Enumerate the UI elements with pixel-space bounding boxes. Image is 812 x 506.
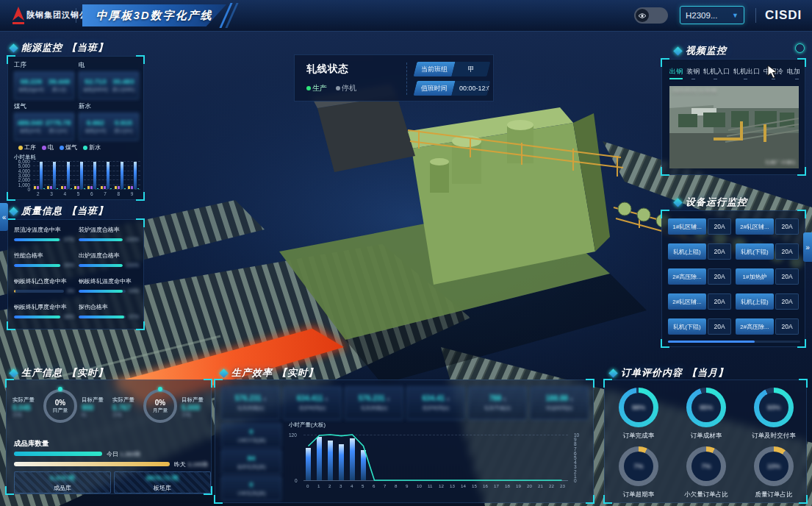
- bar-新水: [97, 188, 98, 189]
- bar-工序: [34, 186, 36, 189]
- cctv-video-feed[interactable]: 2023-09-21 11:28:46 轧钢厂-出钢位: [669, 86, 799, 168]
- device-value: 20A: [708, 318, 731, 335]
- today-inventory-text: 今日 1,283块: [107, 450, 140, 458]
- bar-电: [37, 186, 39, 189]
- header-divider: [76, 8, 76, 23]
- x-tick: 4: [64, 191, 67, 196]
- line-select-dropdown[interactable]: H2309... ▼: [680, 6, 744, 24]
- device-button[interactable]: 1#轧区辅...: [668, 218, 706, 235]
- devices-panel-title: 设备运行监控: [675, 196, 747, 209]
- bar-工序: [128, 186, 130, 189]
- bar-工序: [47, 186, 49, 189]
- device-scrollbar[interactable]: [668, 341, 800, 343]
- yesterday-inventory-text: 昨天 3,195块: [174, 460, 208, 468]
- device-button[interactable]: 2#轧区辅...: [668, 293, 706, 310]
- gridline: [33, 165, 140, 166]
- device-cell: 2#高压除... 20A: [736, 318, 799, 335]
- eye-icon: [636, 9, 649, 22]
- device-button[interactable]: 2#轧区辅...: [736, 218, 774, 235]
- device-cell: 轧机(上辊) 20A: [736, 293, 799, 310]
- metric-card: 576.231 s 轧制周期(s): [345, 386, 403, 420]
- app-title-banner: 中厚板3D数字化产线: [82, 4, 226, 26]
- device-button[interactable]: 1#加热炉: [736, 268, 774, 285]
- quality-item: 性能合格率 99%: [14, 252, 74, 268]
- quality-item: 钢板终轧温度命中率 93%: [79, 277, 139, 293]
- line-status-panel: 轧线状态 生产 停机 当前班组 甲 值班时间 00:00-12:00: [294, 54, 494, 101]
- panel-diamond-icon: [9, 368, 18, 378]
- camera-tabs: 出钢 装钢 轧机入口 轧机出口 中间冷 电加热: [669, 67, 800, 79]
- dashboard: 陕钢集团汉钢公司 中厚板3D数字化产线 H2309... ▼ CISDI 能源监…: [0, 0, 812, 506]
- device-button[interactable]: 2#高压除...: [668, 268, 706, 285]
- quality-item: 出炉温度合格率 100%: [79, 252, 139, 268]
- bar-煤气: [53, 162, 56, 189]
- y-tick: 0: [14, 187, 30, 192]
- collapse-right-tab[interactable]: »: [803, 232, 812, 262]
- bar-工序: [101, 186, 103, 189]
- bar-煤气: [80, 162, 83, 189]
- energy-panel: 工序 68.226单耗(kgce/t) 39.449累计(t) 电 52.713…: [7, 56, 144, 200]
- device-button[interactable]: 轧机(下辊): [668, 318, 706, 335]
- month-production-ring: 0% 月产量: [143, 389, 177, 423]
- tab-cam-2[interactable]: 轧机入口: [703, 67, 730, 79]
- device-cell: 1#加热炉 20A: [736, 268, 799, 285]
- order-kpi: 10% 质量订单占比: [740, 446, 808, 499]
- bar-工序: [87, 186, 90, 189]
- company-logo-icon: [10, 6, 27, 25]
- panel-diamond-icon: [608, 368, 618, 378]
- quality-item: 钢板终轧凸度命中率 3%: [14, 277, 74, 293]
- line-status-title: 轧线状态: [306, 63, 356, 76]
- hourly-chart-title: 小时产量(大板): [289, 421, 326, 429]
- bar-新水: [57, 188, 58, 189]
- device-button[interactable]: 轧机(上辊): [736, 293, 774, 310]
- metric-card: 788 s 轧制节奏(s): [468, 386, 527, 420]
- device-button[interactable]: 2#高压除...: [736, 318, 774, 335]
- panel-refresh-icon[interactable]: [795, 43, 805, 53]
- bar-电: [90, 186, 93, 189]
- line-select-value: H2309...: [686, 11, 732, 20]
- inventory-label: 成品库数量: [14, 439, 49, 449]
- x-tick: 3: [50, 191, 53, 196]
- tab-cam-3[interactable]: 轧机出口: [733, 67, 760, 79]
- panel-diamond-icon: [9, 207, 18, 216]
- order-kpi: 7% 小欠量订单占比: [672, 446, 740, 499]
- visibility-toggle[interactable]: [634, 7, 668, 24]
- day-actual: 实际产量 0.045 万吨: [12, 396, 42, 418]
- day-production-ring: 0% 日产量: [43, 389, 77, 423]
- x-tick: 9: [131, 191, 134, 196]
- quality-item: 层流冷温度命中率 97%: [14, 226, 74, 242]
- finished-store-card: 0.476 吨 成品库: [14, 471, 111, 493]
- side-stat-card: 0 小时轧制(块): [221, 476, 281, 501]
- device-value: 20A: [708, 243, 731, 260]
- tab-cam-5[interactable]: 电加热: [787, 67, 800, 79]
- bar-电: [104, 186, 106, 189]
- bar-煤气: [93, 162, 96, 189]
- hourly-output-chart: 1200109876543210012345678910111213141516…: [289, 430, 589, 499]
- device-button[interactable]: 轧机(上辊): [668, 243, 706, 260]
- production-panel: 实际产量 0.045 万吨 0% 日产量 目标产量 900 吨 实际产量 0.7…: [6, 380, 212, 494]
- device-value: 20A: [775, 293, 799, 310]
- device-value: 20A: [775, 268, 799, 285]
- energy-bar-chart: 6,0005,0004,0003,0002,0001,000023456789: [14, 161, 140, 198]
- bar-新水: [137, 188, 139, 189]
- video-panel-title: 视频监控: [675, 44, 727, 57]
- tab-cam-4[interactable]: 中间冷: [764, 67, 783, 79]
- collapse-left-tab[interactable]: «: [0, 203, 8, 231]
- bar-煤气: [121, 162, 123, 189]
- top-header: 陕钢集团汉钢公司 中厚板3D数字化产线 H2309... ▼ CISDI: [0, 0, 812, 32]
- bar-新水: [71, 188, 72, 189]
- device-cell: 2#高压除... 20A: [668, 268, 731, 285]
- device-button[interactable]: 轧机(下辊): [736, 243, 774, 260]
- metric-card: 188.88 s 待温时间(s): [530, 386, 589, 420]
- camera-location-label: 轧钢厂-出钢位: [766, 160, 796, 166]
- order-kpi: 98% 订单完成率: [605, 388, 672, 441]
- order-kpi: 93% 订单及时交付率: [740, 388, 808, 441]
- slab-store-card: 8876.72 吨 板坯库: [114, 471, 211, 493]
- tab-cam-0[interactable]: 出钢: [669, 67, 683, 79]
- bar-工序: [61, 186, 63, 189]
- cctv-frame: [669, 86, 799, 168]
- device-value: 20A: [708, 293, 731, 310]
- gridline: [33, 179, 140, 180]
- quality-item: 探伤合格率 97%: [79, 303, 139, 319]
- device-scrollbar-thumb[interactable]: [668, 341, 755, 343]
- tab-cam-1[interactable]: 装钢: [686, 67, 700, 79]
